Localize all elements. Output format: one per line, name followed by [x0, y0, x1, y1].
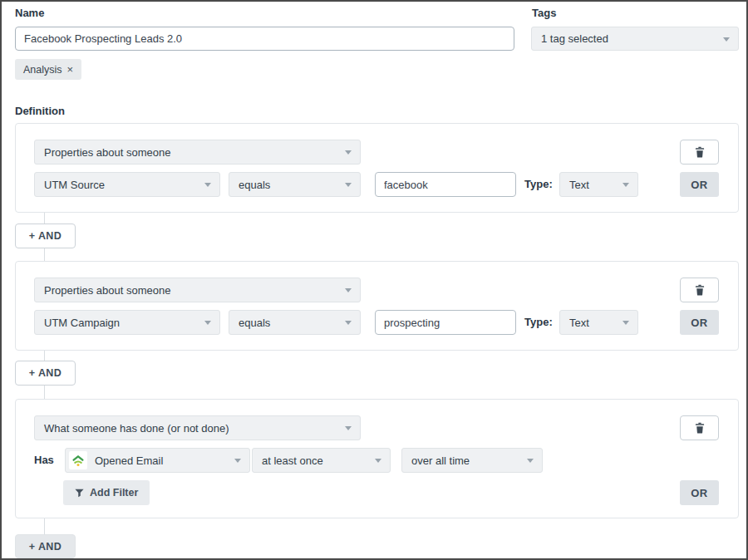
- trash-icon: [695, 284, 705, 296]
- property-select[interactable]: UTM Source: [34, 172, 220, 197]
- opened-email-icon: [69, 451, 87, 469]
- segment-editor: Name Tags 1 tag selected Analysis × Defi…: [0, 0, 748, 560]
- chevron-down-icon: [345, 426, 352, 430]
- or-button[interactable]: OR: [680, 480, 719, 505]
- add-and-button[interactable]: + AND: [15, 534, 76, 558]
- type-select[interactable]: Text: [559, 310, 638, 335]
- tags-label: Tags: [532, 7, 556, 19]
- tags-select[interactable]: 1 tag selected: [531, 27, 739, 51]
- has-label: Has: [34, 448, 54, 473]
- chevron-down-icon: [527, 459, 534, 463]
- operator-select[interactable]: equals: [229, 172, 361, 197]
- chevron-down-icon: [234, 459, 241, 463]
- delete-condition-button[interactable]: [680, 140, 719, 165]
- trash-icon: [695, 422, 705, 434]
- name-input[interactable]: [15, 27, 514, 51]
- operator-select[interactable]: equals: [229, 310, 361, 335]
- value-input[interactable]: [375, 310, 516, 335]
- timeframe-select[interactable]: over all time: [401, 448, 543, 473]
- chevron-down-icon: [375, 459, 381, 463]
- condition-category-select[interactable]: Properties about someone: [34, 278, 361, 302]
- condition-card-3: What someone has done (or not done) Has …: [15, 399, 739, 518]
- add-and-button[interactable]: + AND: [15, 224, 76, 248]
- condition-category-select[interactable]: What someone has done (or not done): [34, 415, 361, 440]
- type-label: Type:: [524, 310, 553, 335]
- tag-chip-analysis: Analysis ×: [15, 59, 81, 80]
- add-filter-button[interactable]: Add Filter: [63, 480, 150, 505]
- or-button[interactable]: OR: [680, 172, 719, 197]
- value-input[interactable]: [375, 172, 516, 197]
- chevron-down-icon: [345, 288, 352, 292]
- chevron-down-icon: [345, 150, 352, 155]
- condition-card-2: Properties about someone UTM Campaign eq…: [15, 261, 739, 351]
- delete-condition-button[interactable]: [680, 415, 719, 440]
- type-label: Type:: [524, 172, 553, 197]
- condition-category-select[interactable]: Properties about someone: [34, 140, 361, 165]
- chevron-down-icon: [204, 183, 211, 187]
- name-label: Name: [15, 7, 44, 19]
- chevron-down-icon: [345, 321, 352, 325]
- connector-line: [44, 518, 45, 536]
- close-icon[interactable]: ×: [67, 63, 74, 76]
- metric-select[interactable]: Opened Email: [65, 448, 250, 473]
- or-button[interactable]: OR: [680, 310, 719, 335]
- delete-condition-button[interactable]: [680, 278, 719, 302]
- trash-icon: [695, 146, 705, 158]
- type-select[interactable]: Text: [559, 172, 638, 197]
- filter-icon: [75, 489, 84, 498]
- chevron-down-icon: [723, 37, 730, 42]
- chevron-down-icon: [623, 321, 629, 325]
- chevron-down-icon: [345, 183, 352, 187]
- definition-label: Definition: [15, 105, 65, 117]
- chevron-down-icon: [623, 183, 629, 187]
- frequency-select[interactable]: at least once: [252, 448, 391, 473]
- chevron-down-icon: [204, 321, 211, 325]
- condition-card-1: Properties about someone UTM Source equa…: [15, 123, 739, 213]
- tag-chip-label: Analysis: [23, 64, 62, 76]
- add-and-button[interactable]: + AND: [15, 361, 76, 386]
- property-select[interactable]: UTM Campaign: [34, 310, 220, 335]
